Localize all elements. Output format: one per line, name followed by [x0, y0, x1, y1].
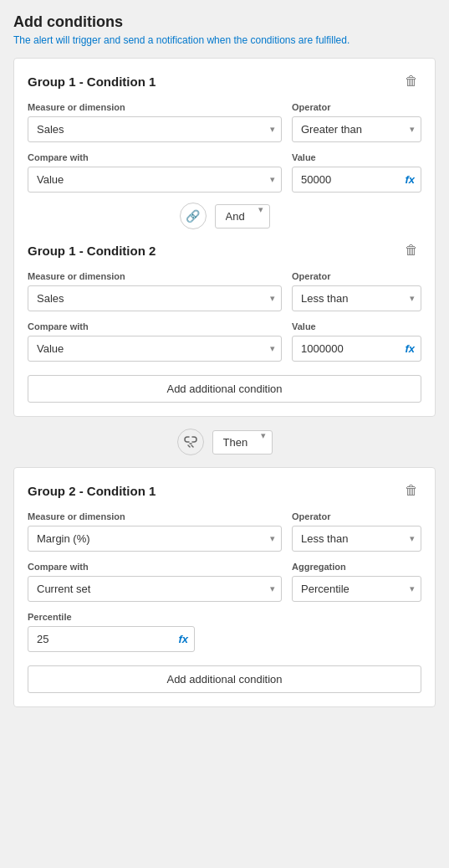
group1-c1-value-label: Value: [292, 152, 421, 162]
page-subtitle: The alert will trigger and send a notifi…: [13, 34, 436, 46]
group1-c1-compare-label: Compare with: [28, 152, 282, 162]
group1-condition1-title: Group 1 - Condition 1: [28, 74, 156, 89]
group1-condition1-delete-button[interactable]: 🗑: [401, 72, 421, 90]
group1-c2-compare-label: Compare with: [28, 321, 282, 331]
group1-c2-value-input[interactable]: [292, 336, 421, 362]
group2-c1-measure-select[interactable]: Margin (%) Sales: [28, 526, 282, 552]
group1-c1-value-input[interactable]: [292, 167, 421, 193]
group2-condition1-delete-button[interactable]: 🗑: [401, 481, 421, 500]
group2-condition1-header: Group 2 - Condition 1 🗑: [28, 481, 421, 500]
group2-c1-compare-label: Compare with: [28, 562, 282, 572]
group2-c1-measure-label: Measure or dimension: [28, 511, 282, 521]
group1-c2-value-label: Value: [292, 321, 421, 331]
group1-add-condition-button[interactable]: Add additional condition: [28, 375, 421, 403]
group1-c1-operator-label: Operator: [292, 102, 421, 112]
group1-c1-compare-select[interactable]: Value Current set: [28, 167, 282, 193]
group2-c1-operator-label: Operator: [292, 511, 421, 521]
group1-condition1-header: Group 1 - Condition 1 🗑: [28, 72, 421, 90]
group2-c1-fx-button[interactable]: fx: [176, 631, 190, 647]
group1-card: Group 1 - Condition 1 🗑 Measure or dimen…: [13, 58, 436, 417]
group2-condition1-title: Group 2 - Condition 1: [28, 484, 156, 498]
group1-c2-operator-select[interactable]: Less than Greater than Equal to: [292, 285, 421, 311]
group2-c1-aggregation-select[interactable]: Percentile Average Sum: [292, 576, 421, 602]
svg-line-1: [191, 445, 193, 447]
group2-add-condition-button[interactable]: Add additional condition: [28, 665, 421, 693]
group2-c1-percentile-input[interactable]: [28, 626, 195, 652]
svg-line-0: [188, 445, 190, 447]
group2-c1-percentile-label: Percentile: [28, 612, 421, 622]
group1-c2-operator-label: Operator: [292, 271, 421, 281]
group1-c2-measure-label: Measure or dimension: [28, 271, 282, 281]
group1-c1-operator-select[interactable]: Greater than Less than Equal to: [292, 116, 421, 142]
broken-link-icon: [184, 435, 197, 449]
group1-c1-measure-label: Measure or dimension: [28, 102, 282, 112]
group2-card: Group 2 - Condition 1 🗑 Measure or dimen…: [13, 467, 436, 707]
group1-c2-fx-button[interactable]: fx: [403, 341, 416, 357]
group1-condition2-header: Group 1 - Condition 2 🗑: [28, 241, 421, 259]
group1-c1-measure-select[interactable]: Sales Margin (%): [28, 116, 282, 142]
group1-c2-measure-select[interactable]: Sales Margin (%): [28, 285, 282, 311]
between-groups-connector-select[interactable]: Then And Or: [212, 430, 273, 455]
group2-c1-operator-select[interactable]: Less than Greater than Equal to: [292, 526, 421, 552]
group2-c1-aggregation-label: Aggregation: [292, 562, 421, 572]
group2-c1-compare-select[interactable]: Current set Value Previous period: [28, 576, 282, 602]
group1-c2-compare-select[interactable]: Value Current set: [28, 336, 282, 362]
group1-c1-fx-button[interactable]: fx: [403, 172, 416, 187]
page-title: Add conditions: [13, 13, 436, 31]
group1-link-icon-button[interactable]: 🔗: [180, 203, 207, 229]
group1-condition2-title: Group 1 - Condition 2: [28, 244, 156, 258]
group1-connector-select[interactable]: And Or: [215, 204, 270, 229]
between-groups-broken-link-button[interactable]: [177, 429, 204, 455]
group1-condition2-delete-button[interactable]: 🗑: [401, 241, 421, 259]
